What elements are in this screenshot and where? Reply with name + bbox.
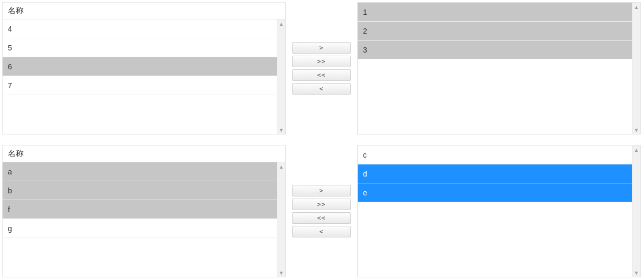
move-all-right-button[interactable]: >> (292, 199, 351, 210)
scroll-up-icon[interactable]: ▲ (632, 3, 640, 11)
right-scrollbar[interactable]: ▲ ▼ (632, 3, 640, 134)
scroll-up-icon[interactable]: ▲ (277, 162, 285, 171)
left-scrollbar[interactable]: ▲ ▼ (277, 19, 285, 134)
move-left-button[interactable]: < (292, 226, 351, 237)
list-item[interactable]: c (358, 146, 632, 164)
move-left-button[interactable]: < (292, 83, 351, 95)
list-item[interactable]: a (3, 162, 277, 181)
list-item[interactable]: f (3, 200, 277, 219)
list-item[interactable]: d (358, 164, 632, 183)
left-scrollbar[interactable]: ▲ ▼ (277, 162, 285, 277)
scroll-up-icon[interactable]: ▲ (632, 146, 640, 154)
right-list-wrapper: c d e ▲ ▼ (358, 146, 640, 277)
move-all-left-button[interactable]: << (292, 69, 351, 81)
transfer-1: 名称 4 5 6 7 ▲ ▼ > >> << < 1 2 3 (2, 2, 642, 134)
list-item[interactable]: 5 (3, 38, 277, 57)
left-list: a b f g (3, 162, 277, 277)
left-panel-header: 名称 (3, 146, 285, 162)
list-item[interactable]: 1 (358, 3, 632, 22)
move-right-button[interactable]: > (292, 42, 351, 54)
list-item[interactable]: 3 (358, 40, 632, 59)
transfer-2: 名称 a b f g ▲ ▼ > >> << < c d e (2, 145, 642, 277)
list-item[interactable]: 2 (358, 22, 632, 40)
right-scrollbar[interactable]: ▲ ▼ (632, 146, 640, 277)
right-panel: c d e ▲ ▼ (357, 145, 641, 277)
list-item[interactable]: 7 (3, 76, 277, 95)
scroll-down-icon[interactable]: ▼ (632, 126, 640, 134)
move-right-button[interactable]: > (292, 185, 351, 196)
scroll-down-icon[interactable]: ▼ (277, 126, 285, 134)
list-item[interactable]: 6 (3, 57, 277, 76)
right-panel: 1 2 3 ▲ ▼ (357, 2, 641, 134)
left-panel-title: 名称 (8, 6, 24, 16)
list-item[interactable]: e (358, 183, 632, 202)
transfer-controls: > >> << < (286, 185, 357, 237)
left-list: 4 5 6 7 (3, 19, 277, 134)
move-all-left-button[interactable]: << (292, 212, 351, 224)
list-item[interactable]: b (3, 181, 277, 200)
left-panel-title: 名称 (8, 149, 24, 159)
left-panel-header: 名称 (3, 3, 285, 19)
list-item[interactable]: g (3, 219, 277, 238)
scroll-down-icon[interactable]: ▼ (632, 268, 640, 277)
scroll-up-icon[interactable]: ▲ (277, 19, 285, 28)
left-panel: 名称 4 5 6 7 ▲ ▼ (2, 2, 286, 134)
right-list-wrapper: 1 2 3 ▲ ▼ (358, 3, 640, 134)
move-all-right-button[interactable]: >> (292, 56, 351, 67)
list-item[interactable]: 4 (3, 19, 277, 38)
left-panel: 名称 a b f g ▲ ▼ (2, 145, 286, 277)
right-list: c d e (358, 146, 632, 277)
left-list-wrapper: a b f g ▲ ▼ (3, 162, 285, 277)
transfer-controls: > >> << < (286, 42, 357, 95)
left-list-wrapper: 4 5 6 7 ▲ ▼ (3, 19, 285, 134)
scroll-down-icon[interactable]: ▼ (277, 268, 285, 277)
right-list: 1 2 3 (358, 3, 632, 134)
